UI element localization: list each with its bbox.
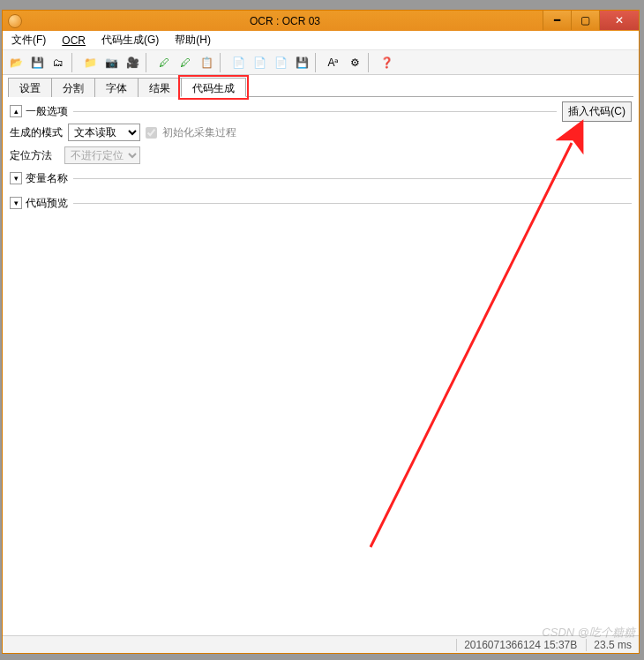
group-general-label: 一般选项 — [26, 104, 68, 119]
menubar: 文件(F) OCR 代码生成(G) 帮助(H) — [3, 31, 639, 50]
record-icon[interactable]: 🎥 — [123, 53, 142, 72]
window-title: OCR : OCR 03 — [27, 15, 543, 27]
save-all-icon[interactable]: 🗂 — [49, 53, 68, 72]
gears-icon[interactable]: ⚙ — [345, 53, 364, 72]
tab-1[interactable]: 分割 — [51, 78, 95, 97]
toolbar-separator — [315, 53, 320, 72]
group-preview: ▾ 代码预览 — [10, 194, 632, 212]
locate-label: 定位方法 — [10, 148, 59, 163]
collapse-general-icon[interactable]: ▴ — [10, 105, 22, 117]
status-timing: 23.5 ms — [586, 639, 632, 651]
collapse-varnames-icon[interactable]: ▾ — [10, 172, 22, 184]
font-icon[interactable]: Aᵃ — [324, 53, 343, 72]
window-buttons: ━ ▢ ✕ — [543, 11, 639, 31]
gen-mode-label: 生成的模式 — [10, 125, 63, 140]
tabstrip: 设置分割字体结果代码生成 — [8, 77, 633, 97]
row-gen-mode: 生成的模式 文本读取 初始化采集过程 — [10, 122, 632, 143]
group-preview-label: 代码预览 — [26, 196, 68, 211]
toolbar-separator — [146, 53, 151, 72]
toolbar-separator — [220, 53, 225, 72]
toolbar-separator — [368, 53, 373, 72]
divider — [73, 178, 632, 179]
open-image-icon[interactable]: 📁 — [80, 53, 100, 72]
group-varnames: ▾ 变量名称 — [10, 169, 632, 187]
tab-0[interactable]: 设置 — [8, 78, 52, 97]
toolbar: 📂💾🗂📁📷🎥🖊🖊📋📄📄📄💾Aᵃ⚙❓ — [3, 50, 639, 75]
group-varnames-label: 变量名称 — [26, 171, 68, 186]
wand1-icon[interactable]: 🖊 — [154, 53, 174, 72]
collapse-preview-icon[interactable]: ▾ — [10, 197, 22, 209]
content-area: 设置分割字体结果代码生成 ▴ 一般选项 插入代码(C) 生成的模式 文本读取 初… — [3, 75, 639, 635]
init-capture-label: 初始化采集过程 — [162, 125, 236, 140]
group-general: ▴ 一般选项 插入代码(C) — [10, 102, 632, 120]
tab-4[interactable]: 代码生成 — [181, 78, 246, 97]
status-timestamp: 2016071366124 15:37B — [456, 639, 577, 651]
app-window: OCR : OCR 03 ━ ▢ ✕ 文件(F) OCR 代码生成(G) 帮助(… — [2, 10, 640, 654]
help-icon[interactable]: ❓ — [377, 53, 396, 72]
paste-icon[interactable]: 📋 — [197, 53, 216, 72]
divider — [73, 203, 632, 204]
minimize-button[interactable]: ━ — [543, 11, 571, 30]
camera-icon[interactable]: 📷 — [101, 53, 121, 72]
menu-codegen[interactable]: 代码生成(G) — [96, 31, 164, 49]
save-icon[interactable]: 💾 — [27, 53, 47, 72]
gen-mode-select[interactable]: 文本读取 — [68, 124, 140, 141]
template-icon[interactable]: 📄 — [228, 53, 248, 72]
maximize-button[interactable]: ▢ — [571, 11, 599, 30]
doc-b-icon[interactable]: 📄 — [271, 53, 290, 72]
divider — [73, 111, 557, 112]
row-locate: 定位方法 不进行定位 — [10, 145, 632, 166]
disk-icon[interactable]: 💾 — [292, 53, 311, 72]
init-capture-checkbox — [146, 127, 157, 139]
insert-code-button[interactable]: 插入代码(C) — [562, 101, 632, 122]
titlebar[interactable]: OCR : OCR 03 ━ ▢ ✕ — [3, 11, 639, 31]
codegen-pane: ▴ 一般选项 插入代码(C) 生成的模式 文本读取 初始化采集过程 定位方法 不… — [8, 97, 633, 217]
close-button[interactable]: ✕ — [599, 11, 639, 30]
menu-help[interactable]: 帮助(H) — [169, 31, 216, 49]
tab-3[interactable]: 结果 — [138, 78, 182, 97]
app-icon — [8, 14, 22, 28]
doc-a-icon[interactable]: 📄 — [250, 53, 269, 72]
menu-ocr[interactable]: OCR — [56, 33, 91, 49]
open-icon[interactable]: 📂 — [6, 53, 26, 72]
toolbar-separator — [71, 53, 77, 72]
locate-select: 不进行定位 — [64, 146, 140, 164]
menu-file[interactable]: 文件(F) — [6, 31, 51, 49]
wand2-icon[interactable]: 🖊 — [176, 53, 195, 72]
tab-2[interactable]: 字体 — [94, 78, 139, 97]
statusbar: 2016071366124 15:37B 23.5 ms — [3, 635, 639, 653]
